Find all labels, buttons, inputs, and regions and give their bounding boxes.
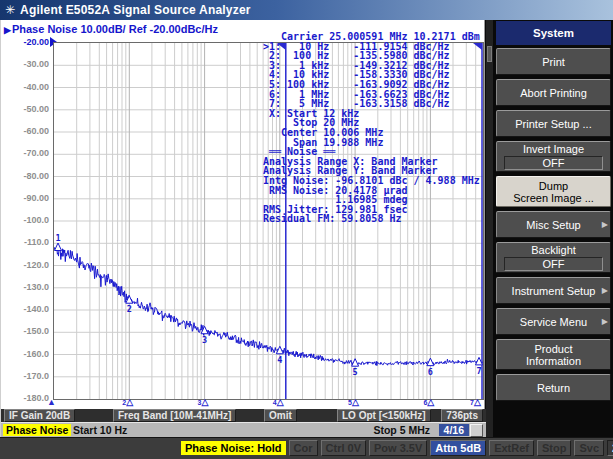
sweep-page-indicator: 4/16	[439, 424, 469, 436]
softkey-service-menu[interactable]: Service Menu▶	[496, 308, 611, 335]
softkey-menu: System PrintAbort PrintingPrinter Setup …	[486, 20, 613, 437]
if-info-chip: IF Gain 20dB	[4, 409, 75, 422]
softkey-label: Instrument Setup	[512, 285, 596, 297]
softkey-label: Printer Setup ...	[515, 118, 591, 130]
softkey-invert-image[interactable]: Invert ImageOFF	[496, 141, 611, 172]
status-chip-pow-3-5v: Pow 3.5V	[369, 440, 427, 456]
display-panel: ▶Phase Noise 10.00dB/ Ref -20.00dBc/Hz -…	[0, 20, 485, 437]
svg-text:3: 3	[202, 335, 207, 345]
softkey-label: Service Menu	[520, 316, 587, 328]
status-bar: Phase Noise: HoldCorCtrl 0VPow 3.5VAttn …	[0, 437, 613, 459]
softkey-dump-screen-image[interactable]: DumpScreen Image ...	[496, 176, 611, 207]
marker-axis-triangle-7: 7△	[470, 397, 481, 408]
softkey-instrument-setup[interactable]: Instrument Setup▶	[496, 277, 611, 304]
status-chip-2001-01-20-03-14: 2001-01-20 03:14	[607, 440, 613, 456]
if-info-chip: 736pts	[441, 409, 483, 422]
y-axis-label: -90.00	[1, 193, 49, 203]
y-axis-label: -20.00	[1, 37, 49, 47]
y-axis-label: -30.00	[1, 59, 49, 69]
sweep-page-spin-button[interactable]	[470, 424, 483, 437]
softkey-printer-setup[interactable]: Printer Setup ...	[496, 110, 611, 137]
submenu-arrow-icon: ▶	[602, 286, 608, 295]
phase-noise-plot: 1234567	[53, 42, 484, 400]
y-axis-label: -130.0	[1, 282, 49, 292]
softkey-label: Dump	[539, 180, 568, 192]
svg-text:2: 2	[127, 304, 132, 314]
marker-axis-triangle-1: ▲	[47, 397, 56, 407]
y-axis-label: -170.0	[1, 371, 49, 381]
svg-text:1: 1	[55, 233, 60, 243]
marker-axis-triangle-2: 2△	[122, 397, 133, 408]
status-chip-extref: ExtRef	[489, 440, 534, 456]
softkey-label: Abort Printing	[520, 87, 587, 99]
window-title: Agilent E5052A Signal Source Analyzer	[20, 3, 251, 17]
softkey-menu-header: System	[496, 21, 611, 45]
agilent-spark-icon: ✳	[5, 4, 15, 16]
status-chip-phase-noise-hold: Phase Noise: Hold	[181, 441, 286, 455]
if-info-chip: Freq Band [10M-41MHz]	[113, 409, 236, 422]
trace-name-chip: Phase Noise	[3, 424, 71, 436]
marker-axis-triangle-6: 6△	[423, 397, 434, 408]
marker-axis-triangle-4: 4△	[273, 397, 284, 408]
softkey-product-information[interactable]: ProductInformation	[496, 339, 611, 370]
y-axis-label: -160.0	[1, 349, 49, 359]
submenu-arrow-icon: ▶	[602, 220, 608, 229]
y-axis-label: -120.0	[1, 260, 49, 270]
status-chip-svc: Svc	[574, 440, 604, 456]
softkey-misc-setup[interactable]: Misc Setup▶	[496, 211, 611, 238]
svg-text:5: 5	[353, 367, 358, 377]
svg-text:7: 7	[476, 366, 481, 376]
y-axis-label: -50.00	[1, 104, 49, 114]
sweep-start-readout: Start 10 Hz	[73, 424, 127, 437]
if-info-chip: LO Opt [<150kHz]	[337, 409, 431, 422]
y-axis-label: -150.0	[1, 326, 49, 336]
softkey-label: Misc Setup	[526, 219, 580, 231]
y-axis-label: -40.00	[1, 82, 49, 92]
trace-header: ▶Phase Noise 10.00dB/ Ref -20.00dBc/Hz	[4, 23, 218, 35]
marker-axis-triangle-3: 3△	[198, 397, 209, 408]
y-axis-label: -110.0	[1, 237, 49, 247]
softkey-label: Information	[526, 355, 581, 367]
softkey-abort-printing[interactable]: Abort Printing	[496, 79, 611, 106]
status-chip-stop: Stop	[537, 440, 571, 456]
softkey-label: Invert Image	[523, 143, 584, 155]
y-axis-label: -60.00	[1, 126, 49, 136]
softkey-scrollbar[interactable]	[486, 20, 493, 437]
softkey-label: Product	[535, 343, 573, 355]
softkey-scrollbar-handle[interactable]	[487, 46, 492, 62]
softkey-label: Return	[537, 382, 570, 394]
sweep-stop-readout: Stop 5 MHz	[373, 424, 430, 437]
y-axis-label: -80.00	[1, 171, 49, 181]
y-axis-label: -140.0	[1, 304, 49, 314]
softkey-label: Print	[542, 56, 565, 68]
trace-status-bar: Phase Noise Start 10 Hz Stop 5 MHz 4/16	[1, 422, 486, 438]
status-chips: Phase Noise: HoldCorCtrl 0VPow 3.5VAttn …	[181, 440, 613, 456]
softkey-value: OFF	[504, 257, 603, 271]
softkey-column: System PrintAbort PrintingPrinter Setup …	[494, 20, 613, 405]
y-axis-label: -70.00	[1, 148, 49, 158]
if-info-chip: Omit	[264, 409, 297, 422]
submenu-arrow-icon: ▶	[602, 317, 608, 326]
softkey-print[interactable]: Print	[496, 48, 611, 75]
marker-axis-indicators: ▲2△3△4△5△6△7△	[1, 397, 486, 409]
marker-axis-triangle-5: 5△	[348, 397, 359, 408]
svg-text:6: 6	[428, 367, 433, 377]
softkey-backlight[interactable]: BacklightOFF	[496, 242, 611, 273]
if-info-bar: IF Gain 20dBFreq Band [10M-41MHz]OmitLO …	[1, 409, 486, 422]
trace-header-label: Phase Noise 10.00dB/ Ref -20.00dBc/Hz	[12, 23, 218, 35]
marker-readout-line: Carrier 25.000591 MHz 10.2171 dBm	[263, 32, 480, 42]
status-chip-attn-5db: Attn 5dB	[430, 440, 486, 456]
softkey-return[interactable]: Return	[496, 374, 611, 401]
trace-select-arrow-icon: ▶	[4, 25, 11, 35]
y-axis-label: -100.0	[1, 215, 49, 225]
status-chip-ctrl-0v: Ctrl 0V	[321, 440, 366, 456]
softkey-label: Backlight	[531, 244, 576, 256]
svg-text:4: 4	[277, 355, 282, 365]
softkey-label: Screen Image ...	[513, 192, 594, 204]
title-bar: ✳ Agilent E5052A Signal Source Analyzer	[0, 0, 613, 20]
instrument-screen: ✳ Agilent E5052A Signal Source Analyzer …	[0, 0, 613, 459]
status-chip-cor: Cor	[289, 440, 318, 456]
softkey-value: OFF	[504, 156, 603, 170]
